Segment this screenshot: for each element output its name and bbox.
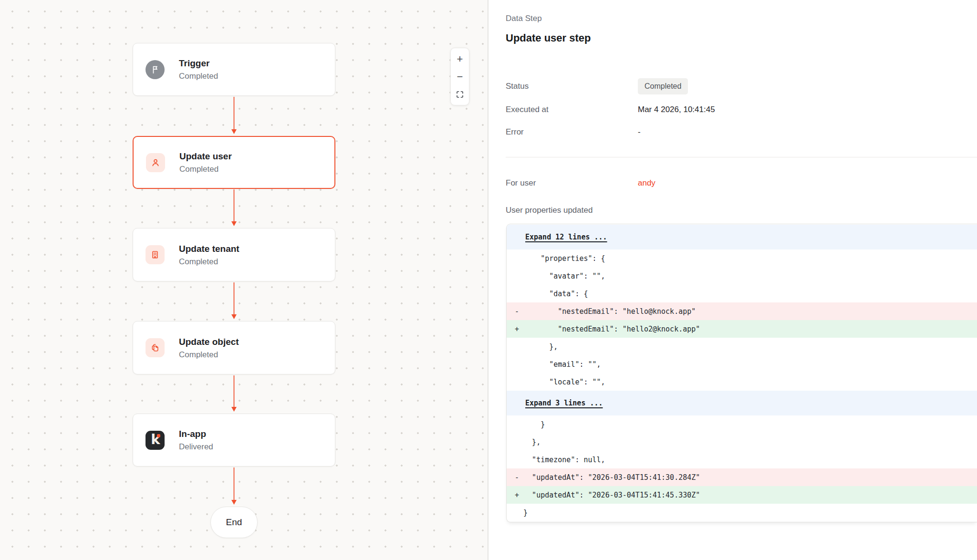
building-icon [146, 245, 165, 264]
diff-line-context: "locale": "", [507, 373, 977, 391]
user-icon [146, 153, 165, 172]
error-row: Error - [506, 126, 977, 138]
diff-line-context: "timezone": null, [507, 451, 977, 468]
status-badge: Completed [638, 78, 688, 94]
connector-arrow [230, 189, 238, 226]
diff-line-context: "email": "", [507, 355, 977, 373]
node-status: Delivered [179, 441, 213, 452]
for-user-row: For user andy [506, 177, 977, 189]
json-diff-viewer: Expand 12 lines ... "properties": { "ava… [506, 224, 977, 522]
node-title: Update object [179, 336, 239, 348]
zoom-out-button[interactable]: − [450, 68, 469, 85]
node-title: Trigger [179, 57, 218, 69]
node-trigger[interactable]: Trigger Completed [133, 43, 335, 96]
executed-at-value: Mar 4 2026, 10:41:45 [638, 105, 977, 114]
executed-at-label: Executed at [506, 105, 638, 114]
fit-view-icon [456, 90, 464, 99]
diff-section-label: User properties updated [506, 205, 977, 216]
knock-icon: k [146, 431, 165, 450]
node-title: Update user [179, 150, 232, 162]
workflow-canvas[interactable]: Trigger Completed Update user Completed [0, 0, 488, 560]
diff-expand-button[interactable]: Expand 12 lines ... [507, 225, 977, 249]
node-status: Completed [179, 71, 218, 82]
page-title: Update user step [506, 31, 977, 45]
diff-line-context: }, [507, 433, 977, 451]
diff-line-removed: - "nestedEmail": "hello@knock.app" [507, 302, 977, 320]
connector-arrow [230, 282, 238, 319]
node-update-object[interactable]: Update object Completed [133, 321, 335, 374]
status-label: Status [506, 82, 638, 91]
error-label: Error [506, 127, 638, 137]
connector-arrow [230, 97, 238, 134]
status-row: Status Completed [506, 77, 977, 96]
connector-arrow [230, 375, 238, 412]
error-value: - [638, 127, 977, 137]
node-update-user[interactable]: Update user Completed [133, 136, 335, 189]
executed-at-row: Executed at Mar 4 2026, 10:41:45 [506, 104, 977, 115]
diff-line-removed: - "updatedAt": "2026-03-04T15:41:30.284Z… [507, 468, 977, 486]
diff-expand-button[interactable]: Expand 3 lines ... [507, 391, 977, 415]
diff-line-added: + "nestedEmail": "hello2@knock.app" [507, 320, 977, 338]
node-status: Completed [179, 256, 239, 267]
diff-line-context: "data": { [507, 285, 977, 302]
diff-line-added: + "updatedAt": "2026-03-04T15:41:45.330Z… [507, 486, 977, 504]
node-title: In-app [179, 428, 213, 440]
for-user-label: For user [506, 178, 638, 188]
node-update-tenant[interactable]: Update tenant Completed [133, 228, 335, 281]
copy-icon [146, 338, 165, 357]
zoom-in-button[interactable]: + [450, 50, 469, 68]
flag-icon [146, 60, 165, 79]
diff-line-context: }, [507, 338, 977, 355]
node-in-app[interactable]: k In-app Delivered [133, 414, 335, 467]
step-detail-panel: Data Step Update user step Status Comple… [488, 0, 977, 560]
node-title: Update tenant [179, 243, 239, 255]
diff-line-context: } [507, 415, 977, 433]
connector-arrow [230, 467, 238, 505]
diff-line-context: } [507, 504, 977, 521]
diff-line-context: "properties": { [507, 249, 977, 267]
user-link[interactable]: andy [638, 178, 977, 188]
diff-line-context: "avatar": "", [507, 267, 977, 285]
node-status: Completed [179, 164, 232, 175]
node-status: Completed [179, 349, 239, 360]
section-divider [506, 157, 977, 157]
step-summary: Status Completed Executed at Mar 4 2026,… [506, 77, 977, 138]
node-end: End [210, 507, 258, 538]
zoom-controls: + − [450, 48, 469, 105]
step-type-label: Data Step [506, 13, 977, 24]
fit-view-button[interactable] [450, 85, 469, 103]
